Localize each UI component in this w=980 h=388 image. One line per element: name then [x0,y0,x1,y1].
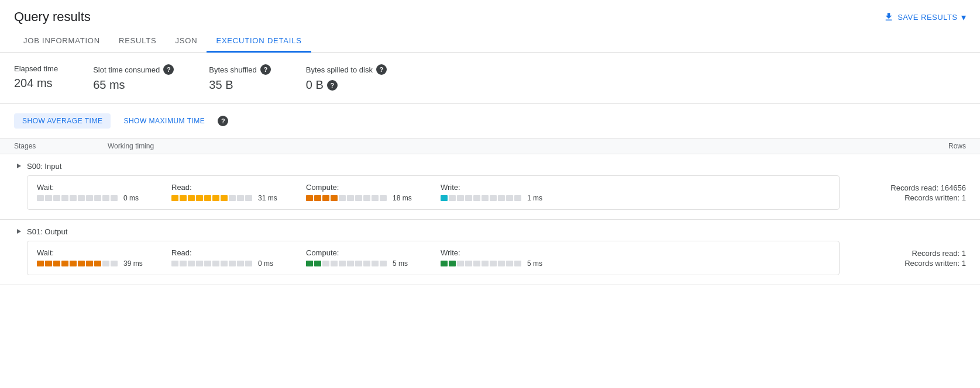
bar-segment-s00-0-1 [45,195,52,201]
bar-value-s00-2: 18 ms [393,194,412,202]
save-icon [883,12,894,22]
stages-container: S00: Input Wait:0 msRead:31 msCompute:18… [0,154,980,285]
bar-segment-s01-0-9 [111,261,118,266]
bar-segment-s01-2-5 [347,261,354,266]
bar-container-s00-1 [171,195,253,201]
timing-group-s01-3: Write:5 ms [441,248,575,268]
metric-elapsed-time: Elapsed time 204 ms [14,64,58,92]
bar-segment-s00-2-7 [363,195,370,201]
svg-marker-1 [17,229,21,234]
timing-label-s01-2: Compute: [306,248,441,257]
bar-container-s00-3 [441,195,522,201]
bar-segment-s01-3-0 [441,261,448,266]
bar-segment-s00-1-9 [245,195,252,201]
bar-row-s00-2: 18 ms [306,194,441,202]
records-written-s00: Records written: 1 [849,193,966,202]
bar-row-s00-0: 0 ms [37,194,171,202]
stage-expand-s01[interactable] [14,227,23,236]
timing-group-s00-3: Write:1 ms [441,183,575,202]
bar-segment-s00-2-2 [322,195,329,201]
bar-segment-s01-0-0 [37,261,44,266]
bar-segment-s01-0-6 [86,261,93,266]
bar-segment-s00-2-3 [331,195,338,201]
rows-info-s01: Records read: 1 Records written: 1 [849,249,966,268]
bar-segment-s01-1-1 [180,261,187,266]
bar-segment-s00-3-4 [473,195,480,201]
show-maximum-time-button[interactable]: SHOW MAXIMUM TIME [115,113,213,129]
bar-segment-s00-1-7 [229,195,236,201]
timing-label-s00-0: Wait: [37,183,171,192]
bar-row-s01-0: 39 ms [37,259,171,268]
timing-group-s00-2: Compute:18 ms [306,183,441,202]
slot-time-help-icon[interactable]: ? [163,64,174,75]
bar-segment-s01-2-1 [314,261,321,266]
bar-segment-s00-3-6 [490,195,497,201]
bytes-spilled-help-icon[interactable]: ? [376,64,387,75]
timing-label-s01-3: Write: [441,248,575,257]
bar-segment-s01-2-2 [322,261,329,266]
bar-segment-s01-3-5 [482,261,489,266]
bar-segment-s01-3-7 [498,261,505,266]
stage-row-s00: S00: Input Wait:0 msRead:31 msCompute:18… [0,154,980,220]
rows-info-s00: Records read: 164656 Records written: 1 [849,183,966,202]
bar-segment-s01-2-4 [339,261,346,266]
bar-segment-s01-2-7 [363,261,370,266]
metrics-row: Elapsed time 204 ms Slot time consumed ?… [0,53,980,104]
bar-value-s01-2: 5 ms [393,259,408,268]
bar-value-s01-1: 0 ms [258,259,273,268]
elapsed-time-value: 204 ms [14,77,58,90]
bar-segment-s01-0-1 [45,261,52,266]
show-average-time-button[interactable]: SHOW AVERAGE TIME [14,113,111,129]
bar-row-s01-1: 0 ms [171,259,306,268]
bar-segment-s00-2-4 [339,195,346,201]
bytes-spilled-value-help-icon[interactable]: ? [327,80,338,91]
bar-segment-s00-0-4 [70,195,77,201]
bar-segment-s00-3-8 [506,195,513,201]
timing-label-s00-2: Compute: [306,183,441,192]
timing-card-s01: Wait:39 msRead:0 msCompute:5 msWrite:5 m… [27,241,840,275]
timing-group-s00-0: Wait:0 ms [37,183,171,202]
tab-results[interactable]: RESULTS [109,30,166,53]
bar-segment-s01-1-2 [188,261,195,266]
bytes-shuffled-help-icon[interactable]: ? [260,64,271,75]
bar-segment-s01-1-7 [229,261,236,266]
timing-group-s01-1: Read:0 ms [171,248,306,268]
timing-group-s00-1: Read:31 ms [171,183,306,202]
bar-segment-s01-3-9 [514,261,521,266]
bar-value-s00-3: 1 ms [527,194,542,202]
stage-label-s01: S01: Output [14,220,966,241]
bar-segment-s01-3-6 [490,261,497,266]
bar-container-s00-0 [37,195,119,201]
stage-label-text-s01: S01: Output [27,227,67,236]
bar-segment-s00-0-9 [111,195,118,201]
bar-segment-s01-0-4 [70,261,77,266]
bar-container-s01-3 [441,261,522,266]
bar-segment-s00-0-5 [78,195,85,201]
bar-segment-s00-3-3 [465,195,472,201]
tab-execution-details[interactable]: EXECUTION DETAILS [207,30,311,53]
bar-segment-s00-0-7 [94,195,101,201]
bar-container-s01-1 [171,261,253,266]
bar-segment-s00-0-0 [37,195,44,201]
tab-job-information[interactable]: JOB INFORMATION [14,30,109,53]
bar-segment-s01-0-8 [102,261,109,266]
dropdown-arrow: ▾ [961,12,967,23]
bytes-shuffled-value: 35 B [209,78,270,92]
timing-help-icon[interactable]: ? [218,116,228,126]
svg-marker-0 [17,164,21,168]
save-results-label: SAVE RESULTS [898,13,957,22]
bar-segment-s00-1-5 [212,195,219,201]
bytes-shuffled-label: Bytes shuffled ? [209,64,270,75]
bar-segment-s00-2-8 [372,195,379,201]
bar-row-s01-2: 5 ms [306,259,441,268]
bar-segment-s00-0-6 [86,195,93,201]
bar-segment-s00-1-8 [237,195,244,201]
save-results-button[interactable]: SAVE RESULTS ▾ [883,12,966,23]
bar-segment-s00-1-1 [180,195,187,201]
bar-segment-s01-1-3 [196,261,203,266]
bar-segment-s00-2-5 [347,195,354,201]
metric-slot-time: Slot time consumed ? 65 ms [93,64,174,92]
tab-json[interactable]: JSON [166,30,207,53]
stage-expand-s00[interactable] [14,161,23,171]
timing-group-s01-0: Wait:39 ms [37,248,171,268]
